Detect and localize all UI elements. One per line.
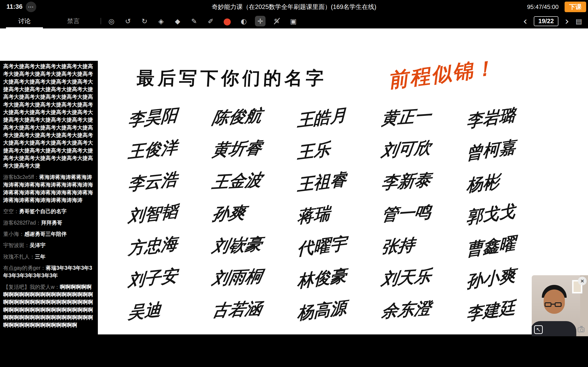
eraser-icon[interactable]: ◆ [172,16,183,26]
chat-tabs: 讨论 禁言 [0,14,98,28]
signature: 黄正一 [376,97,465,135]
chat-text: 三年 [35,254,45,260]
signature: 李新泰 [376,161,465,199]
chat-message: 玫瑰不扎人：三年 [3,253,95,261]
marker-icon[interactable]: ✐ [205,16,216,26]
chat-text: 啊啊啊啊啊啊啊啊啊啊啊啊啊啊啊啊啊啊啊啊啊啊啊啊啊啊啊啊啊啊啊啊啊啊啊啊啊啊啊啊… [3,284,93,328]
chat-text: 感谢勇哥三年陪伴 [24,231,67,237]
chat-text: 高考大捷高考大捷高考大捷高考大捷高考大捷高考大捷高考大捷高考大捷高考大捷高考大捷… [3,63,93,169]
chat-message: 董小海：感谢勇哥三年陪伴 [3,230,95,238]
tab-mute[interactable]: 禁言 [49,14,98,28]
chat-username: 空空： [3,208,19,214]
disable-draw-icon[interactable]: ✎ [271,16,282,26]
signature: 王金波 [207,162,297,199]
signature-grid: 李昊阳 陈俊航 王皓月 黄正一 李岩璐 王俊洋 黄圻睿 王乐 刘可欣 曾柯嘉 李… [125,100,548,325]
pointer-tool-icon[interactable]: ◎ [106,16,117,26]
close-icon[interactable]: × [578,277,587,285]
page-navigation: ‹ 19/22 › ▤ [522,14,582,28]
chat-username: 董小海： [3,231,24,237]
signature: 管一鸣 [376,193,465,232]
end-class-button[interactable]: 下课 [565,2,586,12]
signature: 陈俊航 [207,98,297,135]
chat-message: 高考大捷高考大捷高考大捷高考大捷高考大捷高考大捷高考大捷高考大捷高考大捷高考大捷… [3,63,95,170]
ellipsis-icon: ⋯ [28,3,34,10]
signature: 刘雨桐 [207,258,297,295]
toolbar: 讨论 禁言 ◎ ↺ ↻ ◈ ◆ ✎ ✐ ● ◐ ✛ ✎ ▣ ‹ 19/22 › … [0,14,588,28]
signature: 余东澄 [376,290,465,328]
page-indicator[interactable]: 19/22 [534,16,559,26]
chat-message: 【复活吧】我的爱人w：啊啊啊啊啊啊啊啊啊啊啊啊啊啊啊啊啊啊啊啊啊啊啊啊啊啊啊啊啊… [3,283,95,329]
divider [101,18,101,24]
chat-username: 游客b3c2e5ff： [3,174,39,180]
chat-text: 勇哥签个自己的名字 [19,208,67,214]
whiteboard-tools: ◎ ↺ ↻ ◈ ◆ ✎ ✐ ● ◐ ✛ ✎ ▣ [106,14,299,28]
chat-username: 玫瑰不扎人： [3,254,35,260]
glasses-right-lens [555,302,562,307]
pen-icon[interactable]: ✎ [189,16,199,26]
class-title: 奇妙能力课（在2025数学全年刷题课里面）(169名学生在线) [212,3,376,11]
chat-username: 有点gay的勇ger： [3,265,46,271]
chat-bubble-icon[interactable]: ⋯ [26,2,36,12]
camera-icon[interactable] [577,325,586,334]
chat-username: 宇智波斑： [3,242,30,248]
board-icon[interactable]: ▣ [288,16,299,26]
clock-time: 11:36 [6,3,23,10]
undo-icon[interactable]: ↺ [123,16,133,26]
chat-message: 游客b3c2e5ff：蒋海涛蒋海涛蒋蒋海涛海涛蒋海涛蒋海蒋海涛蒋海涛蒋海涛海涛蒋… [3,173,95,204]
fill-tool-icon[interactable]: ◐ [238,16,249,26]
chat-message: 有点gay的勇ger：蒋瑞3年3年3年3年3年3年3年3年3年3年3年 [3,264,95,280]
chat-username: 游客6282f7ad： [3,220,41,226]
signature: 张持 [376,225,465,264]
tab-discussion[interactable]: 讨论 [0,14,49,28]
shape-tool-icon[interactable]: ◈ [156,16,166,26]
board-banner-ink: 前程似锦！ [387,54,497,94]
signature: 刘可欣 [376,129,465,167]
chat-text: 吴泽宇 [30,242,45,248]
redo-icon[interactable]: ↻ [139,16,150,26]
color-indicator-icon[interactable]: ● [222,16,233,26]
camera-glyph [578,327,585,332]
top-bar: 11:36 ⋯ 奇妙能力课（在2025数学全年刷题课里面）(169名学生在线) … [0,0,588,14]
popout-icon[interactable]: ↖ [534,325,543,334]
chat-message: 宇智波斑：吴泽宇 [3,242,95,249]
hand-tool-icon[interactable]: ✛ [255,16,266,26]
chat-message: 游客6282f7ad：拜拜勇哥 [3,219,95,227]
chat-text: 拜拜勇哥 [41,220,62,226]
signature: 古若涵 [207,290,297,327]
prev-page-icon[interactable]: ‹ [522,16,528,26]
signature: 刘嵚豪 [207,226,297,263]
class-timer: 95:47/45:00 [527,3,559,10]
chat-panel[interactable]: 高考大捷高考大捷高考大捷高考大捷高考大捷高考大捷高考大捷高考大捷高考大捷高考大捷… [0,61,98,334]
glasses-left-lens [545,302,552,307]
teacher-face [544,290,565,314]
glasses-bridge [552,304,555,305]
slide-list-icon[interactable]: ▤ [576,17,582,25]
signature: 黄圻睿 [207,130,297,167]
teacher-webcam: × ↖ [532,275,588,336]
bottom-bar [0,334,588,367]
signature: 孙爽 [207,194,297,231]
chat-username: 【复活吧】我的爱人w： [3,284,60,290]
next-page-icon[interactable]: › [564,16,570,26]
board-title-ink: 最后写下你们的名字 [136,66,328,90]
signature: 刘天乐 [376,257,465,296]
chat-message: 空空：勇哥签个自己的名字 [3,208,95,215]
